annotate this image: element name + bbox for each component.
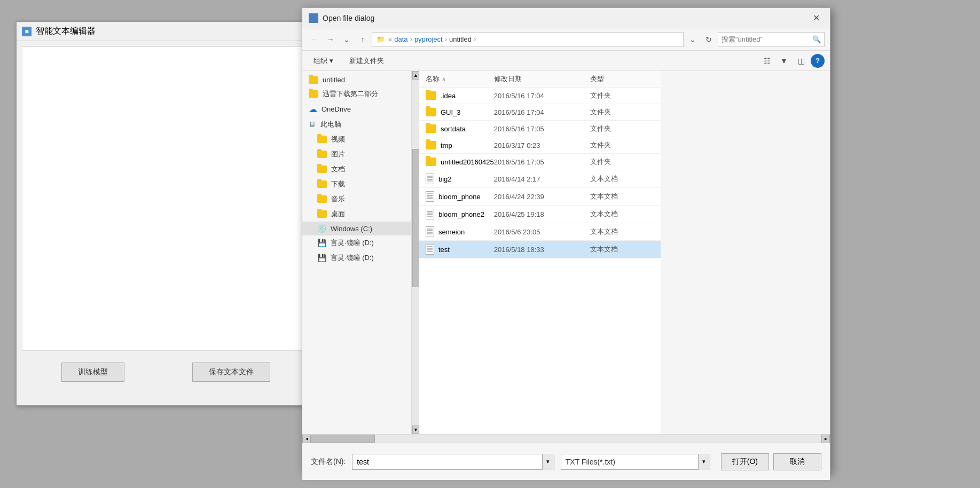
sidebar-item-8[interactable]: 音乐 bbox=[302, 192, 411, 207]
refresh-button[interactable]: ↻ bbox=[702, 33, 716, 46]
folder-icon bbox=[426, 91, 436, 100]
dialog-app-icon bbox=[309, 13, 318, 23]
sidebar-item-6[interactable]: 文档 bbox=[302, 162, 411, 177]
sidebar-item-label: 言灵·镜瞳 (D:) bbox=[331, 253, 374, 263]
breadcrumb-data[interactable]: data bbox=[394, 35, 407, 43]
file-row-5[interactable]: big22016/4/14 2:17文本文档 bbox=[419, 170, 661, 188]
sidebar-item-5[interactable]: 图片 bbox=[302, 147, 411, 162]
file-row-0[interactable]: .idea2016/5/16 17:04文件夹 bbox=[419, 88, 661, 104]
back-button[interactable]: ← bbox=[308, 33, 322, 46]
file-name-cell: tmp bbox=[426, 141, 494, 149]
sidebar-scroll-up[interactable]: ▲ bbox=[412, 71, 419, 80]
bg-app-title: 智能文本编辑器 bbox=[36, 26, 96, 37]
search-input[interactable] bbox=[722, 35, 812, 43]
dropdown-button[interactable]: ⌄ bbox=[340, 33, 354, 46]
folder-icon bbox=[317, 195, 327, 203]
filename-input[interactable] bbox=[352, 458, 542, 466]
file-row-7[interactable]: bloom_phone22016/4/25 19:18文本文档 bbox=[419, 206, 661, 223]
file-name-cell: bloom_phone bbox=[426, 191, 494, 202]
sidebar-item-12[interactable]: 💾言灵·镜瞳 (D:) bbox=[302, 250, 411, 265]
scroll-thumb[interactable] bbox=[311, 435, 375, 443]
filetype-dropdown-button[interactable]: ▾ bbox=[698, 454, 710, 470]
file-name-cell: untitled20160425 bbox=[426, 158, 494, 166]
search-box: 🔍 bbox=[718, 32, 825, 47]
file-date-cell: 2016/5/16 17:04 bbox=[494, 92, 590, 100]
view-panel-button[interactable]: ◫ bbox=[794, 54, 809, 68]
file-row-9[interactable]: test2016/5/18 18:33文本文档 bbox=[419, 241, 661, 258]
file-row-2[interactable]: sortdata2016/5/16 17:05文件夹 bbox=[419, 121, 661, 137]
file-name-text: untitled20160425 bbox=[441, 158, 494, 166]
forward-button[interactable]: → bbox=[324, 33, 338, 46]
filename-dropdown-button[interactable]: ▾ bbox=[542, 454, 554, 470]
help-button[interactable]: ? bbox=[811, 54, 825, 68]
document-icon bbox=[426, 226, 434, 237]
folder-icon bbox=[426, 141, 436, 149]
sidebar-item-4[interactable]: 视频 bbox=[302, 132, 411, 147]
file-row-8[interactable]: semeion2016/5/6 23:05文本文档 bbox=[419, 223, 661, 241]
file-name-text: sortdata bbox=[441, 125, 466, 133]
train-model-button[interactable]: 训练模型 bbox=[61, 363, 124, 382]
new-folder-button[interactable]: 新建文件夹 bbox=[343, 53, 390, 68]
document-icon bbox=[426, 191, 434, 202]
file-date-cell: 2016/5/6 23:05 bbox=[494, 228, 590, 236]
file-name-cell: semeion bbox=[426, 226, 494, 237]
document-icon bbox=[426, 209, 434, 219]
cancel-button[interactable]: 取消 bbox=[773, 453, 821, 470]
dialog-main: untitled迅雷下载第二部分☁OneDrive🖥此电脑视频图片文档下载音乐桌… bbox=[302, 71, 830, 434]
open-button[interactable]: 打开(O) bbox=[721, 453, 769, 470]
filetype-select: TXT Files(*.txt) ▾ bbox=[561, 454, 710, 470]
file-date-cell: 2016/4/14 2:17 bbox=[494, 175, 590, 183]
save-text-button[interactable]: 保存文本文件 bbox=[192, 363, 270, 382]
file-type-cell: 文本文档 bbox=[590, 192, 654, 201]
up-button[interactable]: ↑ bbox=[356, 33, 370, 46]
file-type-cell: 文本文档 bbox=[590, 209, 654, 219]
sidebar-item-2[interactable]: ☁OneDrive bbox=[302, 101, 411, 117]
view-dropdown-button[interactable]: ▼ bbox=[777, 54, 791, 68]
file-name-text: bloom_phone bbox=[438, 193, 481, 201]
sidebar: untitled迅雷下载第二部分☁OneDrive🖥此电脑视频图片文档下载音乐桌… bbox=[302, 71, 412, 434]
scroll-left-arrow[interactable]: ◂ bbox=[302, 435, 311, 443]
view-list-button[interactable]: ☷ bbox=[759, 54, 774, 68]
sidebar-item-11[interactable]: 💾言灵·镜瞳 (D:) bbox=[302, 235, 411, 250]
drive2-icon: 💾 bbox=[317, 254, 326, 262]
col-name-header[interactable]: 名称 ∧ bbox=[426, 74, 494, 84]
sidebar-item-1[interactable]: 迅雷下载第二部分 bbox=[302, 86, 411, 101]
breadcrumb-pyproject[interactable]: pyproject bbox=[414, 35, 443, 43]
sidebar-item-0[interactable]: untitled bbox=[302, 73, 411, 86]
sidebar-scroll-down[interactable]: ▼ bbox=[412, 426, 419, 434]
folder-icon bbox=[309, 76, 318, 84]
file-row-4[interactable]: untitled201604252016/5/16 17:05文件夹 bbox=[419, 154, 661, 170]
file-row-1[interactable]: GUI_32016/5/16 17:04文件夹 bbox=[419, 104, 661, 121]
file-type-cell: 文本文档 bbox=[590, 245, 654, 254]
file-name-text: bloom_phone2 bbox=[438, 210, 484, 218]
sidebar-item-7[interactable]: 下载 bbox=[302, 177, 411, 192]
drive2-icon: 💾 bbox=[317, 239, 326, 247]
sidebar-scroll-track bbox=[412, 80, 419, 426]
file-row-6[interactable]: bloom_phone2016/4/24 22:39文本文档 bbox=[419, 188, 661, 206]
sidebar-item-10[interactable]: 💿Windows (C:) bbox=[302, 222, 411, 235]
sidebar-item-9[interactable]: 桌面 bbox=[302, 207, 411, 222]
file-name-text: big2 bbox=[438, 175, 452, 183]
sidebar-item-3[interactable]: 🖥此电脑 bbox=[302, 117, 411, 132]
file-date-cell: 2016/5/16 17:05 bbox=[494, 125, 590, 133]
bg-editor-area bbox=[22, 46, 309, 351]
breadcrumb-untitled[interactable]: untitled bbox=[449, 35, 472, 43]
dialog-bottom: 文件名(N): ▾ TXT Files(*.txt) ▾ 打开(O) 取消 bbox=[302, 443, 830, 480]
close-button[interactable]: ✕ bbox=[809, 11, 824, 26]
file-name-text: test bbox=[438, 246, 450, 254]
col-date-header[interactable]: 修改日期 bbox=[494, 74, 590, 84]
file-row-3[interactable]: tmp2016/3/17 0:23文件夹 bbox=[419, 137, 661, 154]
dialog-title-text: Open file dialog bbox=[323, 14, 374, 22]
file-name-cell: sortdata bbox=[426, 124, 494, 133]
sidebar-scroll-thumb[interactable] bbox=[412, 149, 419, 287]
sidebar-item-label: Windows (C:) bbox=[331, 225, 372, 233]
dropdown2-button[interactable]: ⌄ bbox=[686, 33, 700, 46]
sidebar-item-label: 言灵·镜瞳 (D:) bbox=[331, 238, 374, 248]
filename-input-wrap: ▾ bbox=[352, 454, 554, 470]
col-type-header[interactable]: 类型 bbox=[590, 74, 654, 84]
drive-icon: 💿 bbox=[317, 224, 326, 233]
scroll-right-arrow[interactable]: ▸ bbox=[821, 435, 830, 443]
breadcrumb-separator-pre: « bbox=[388, 35, 392, 43]
sidebar-item-label: 下载 bbox=[331, 179, 345, 189]
organize-button[interactable]: 组织 ▾ bbox=[308, 53, 339, 68]
